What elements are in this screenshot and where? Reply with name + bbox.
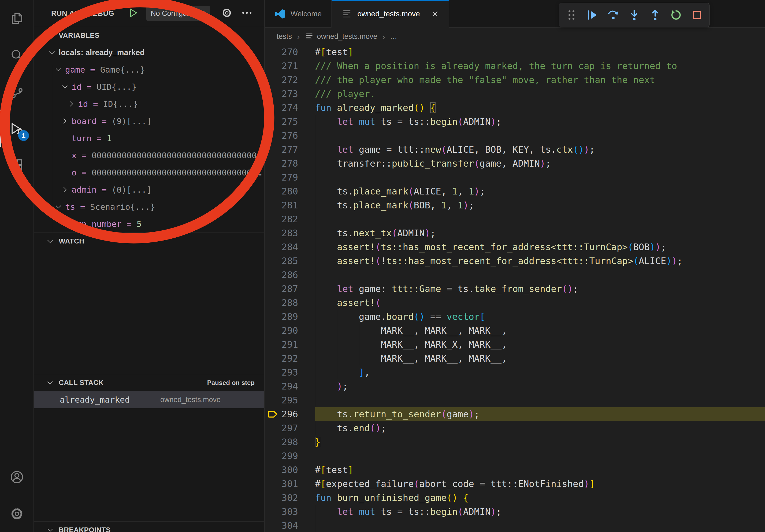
variable-row[interactable]: txn_number = 5 [34,215,264,232]
gutter[interactable]: 286 [265,268,315,282]
breadcrumb-item[interactable]: … [390,32,397,41]
code-line[interactable]: 289 game.board() == vector[ [265,310,765,324]
code-line[interactable]: 293 ], [265,366,765,379]
gutter[interactable]: 280 [265,184,315,198]
step-into-icon[interactable] [628,9,641,21]
explorer-icon[interactable] [0,0,34,37]
gutter[interactable]: 283 [265,226,315,240]
restart-icon[interactable] [670,9,682,21]
variable-row[interactable]: turn = 1 [34,130,264,147]
gutter[interactable]: 299 [265,449,315,463]
tab-welcome[interactable]: Welcome [265,0,332,28]
step-over-icon[interactable] [607,9,620,21]
settings-gear-icon[interactable] [0,495,34,532]
code-line[interactable]: 273/// player. [265,87,765,101]
gutter[interactable]: 273 [265,87,315,101]
gutter[interactable]: 298 [265,435,315,449]
gutter[interactable]: 292 [265,352,315,366]
gutter[interactable]: 301 [265,477,315,491]
code-line[interactable]: 295 [265,393,765,407]
gutter[interactable]: 291 [265,338,315,352]
gutter[interactable]: 272 [265,73,315,87]
code-line[interactable]: 303 let mut ts = ts::begin(ADMIN); [265,505,765,519]
watch-section-header[interactable]: WATCH [34,232,264,250]
code-line[interactable]: 290 MARK__, MARK__, MARK__, [265,324,765,338]
code-line[interactable]: 298} [265,435,765,449]
gutter[interactable]: 287 [265,282,315,296]
code-editor[interactable]: 270#[test]271/// When a position is alre… [265,45,765,532]
code-line[interactable]: 279 [265,170,765,184]
code-line[interactable]: 294 ); [265,379,765,393]
variable-row[interactable]: admin = (0)[...] [34,181,264,198]
chevron-down-icon[interactable] [61,83,69,91]
gutter[interactable]: 297 [265,421,315,435]
gutter[interactable]: 285 [265,254,315,268]
breadcrumb-item[interactable]: owned_tests.move [305,32,377,41]
variable-row[interactable]: o = 000000000000000000000000000000000… [34,164,264,181]
code-line[interactable]: 271/// When a position is already marked… [265,59,765,73]
code-line[interactable]: 300#[test] [265,463,765,477]
chevron-down-icon[interactable] [54,65,63,74]
gutter[interactable]: 289 [265,310,315,324]
debug-settings-gear-icon[interactable] [221,7,233,20]
code-line[interactable]: 299 [265,449,765,463]
source-control-icon[interactable] [0,73,34,110]
gutter[interactable]: 295 [265,393,315,407]
breadcrumb-item[interactable]: tests [277,32,292,41]
variable-row[interactable]: x = 000000000000000000000000000000000… [34,147,264,164]
code-line[interactable]: 284 assert!(ts::has_most_recent_for_addr… [265,240,765,254]
gutter[interactable]: 302 [265,491,315,505]
code-line[interactable]: 277 let game = ttt::new(ALICE, BOB, KEY,… [265,142,765,156]
variable-row[interactable]: locals: already_marked [34,44,264,61]
close-icon[interactable] [431,10,439,18]
code-line[interactable]: 297 ts.end(); [265,421,765,435]
stop-icon[interactable] [690,9,703,21]
tab-owned-tests-move[interactable]: owned_tests.move [332,0,449,28]
run-debug-icon[interactable]: 1 [0,110,34,147]
variable-row[interactable]: game = Game{...} [34,61,264,78]
search-icon[interactable] [0,37,34,73]
gutter[interactable]: 282 [265,212,315,226]
gutter[interactable]: 300 [265,463,315,477]
gutter[interactable]: 304 [265,519,315,532]
gutter[interactable]: 296 [265,407,315,421]
code-line[interactable]: 270#[test] [265,45,765,59]
code-line[interactable]: 301#[expected_failure(abort_code = ttt::… [265,477,765,491]
code-line[interactable]: 304 [265,519,765,532]
gutter[interactable]: 270 [265,45,315,59]
code-line[interactable]: 274fun already_marked() { [265,101,765,115]
chevron-right-icon[interactable] [61,185,69,194]
chevron-right-icon[interactable] [61,117,69,126]
code-line[interactable]: 291 MARK__, MARK_X, MARK__, [265,338,765,352]
code-line[interactable]: 292 MARK__, MARK__, MARK__, [265,352,765,366]
code-line[interactable]: 282 [265,212,765,226]
gutter[interactable]: 276 [265,129,315,142]
variable-row[interactable]: board = (9)[...] [34,113,264,130]
call-stack-section-header[interactable]: CALL STACK Paused on step [34,374,264,391]
code-line[interactable]: 285 assert!(!ts::has_most_recent_for_add… [265,254,765,268]
debug-config-dropdown[interactable]: No Configur… [146,6,210,21]
gutter[interactable]: 279 [265,170,315,184]
code-line[interactable]: 278 transfer::public_transfer(game, ADMI… [265,156,765,170]
code-line[interactable]: 281 ts.place_mark(BOB, 1, 1); [265,198,765,212]
chevron-down-icon[interactable] [54,202,63,211]
code-line[interactable]: 283 ts.next_tx(ADMIN); [265,226,765,240]
variable-row[interactable]: id = ID{...} [34,95,264,113]
breakpoints-section-header[interactable]: BREAKPOINTS [34,521,264,532]
step-out-icon[interactable] [649,9,661,21]
code-line[interactable]: 288 assert!( [265,296,765,310]
start-debugging-button[interactable] [127,7,140,20]
code-line[interactable]: 276 [265,129,765,142]
chevron-right-icon[interactable] [67,100,76,108]
code-line[interactable]: 286 [265,268,765,282]
continue-icon[interactable] [586,9,599,21]
code-line[interactable]: 287 let game: ttt::Game = ts.take_from_s… [265,282,765,296]
call-stack-frame[interactable]: already_marked owned_tests.move [34,391,264,408]
gutter[interactable]: 288 [265,296,315,310]
code-line[interactable]: 302fun burn_unfinished_game() { [265,491,765,505]
extensions-icon[interactable] [0,147,34,183]
code-line[interactable]: 275 let mut ts = ts::begin(ADMIN); [265,115,765,129]
gutter[interactable]: 284 [265,240,315,254]
code-line[interactable]: 280 ts.place_mark(ALICE, 1, 1); [265,184,765,198]
gutter[interactable]: 303 [265,505,315,519]
